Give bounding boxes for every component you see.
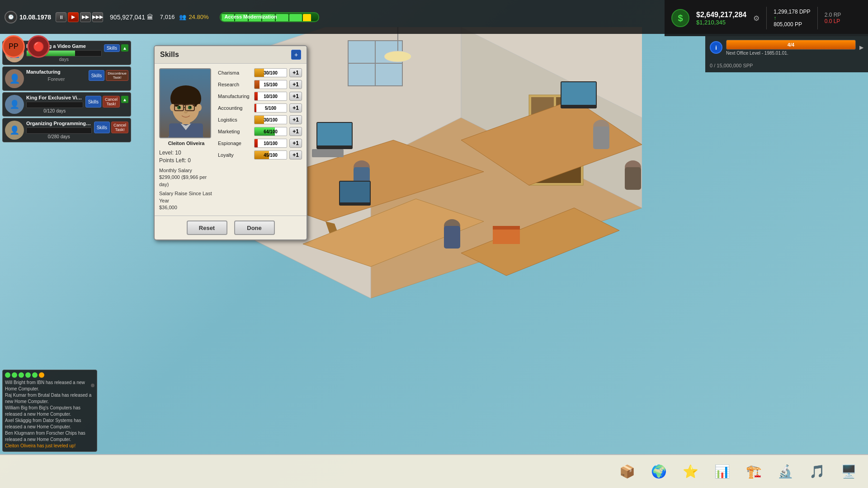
arrow-up-task-1[interactable]: ▲ [121, 44, 128, 52]
task-name-2: Manufacturing [26, 69, 86, 75]
access-progress-bar: Access Modernization [220, 12, 319, 22]
character-points: Points Left: 0 [159, 157, 213, 164]
gear-icon[interactable]: ⚙ [753, 14, 760, 23]
task-info-3: King For Exclusive Video Games 0/120 day… [26, 95, 83, 113]
svg-point-69 [184, 111, 188, 113]
skill-plus-loyalty[interactable]: +1 [289, 150, 302, 160]
finance-numbers: $2,649,217,284 $1,210,345 [696, 11, 746, 26]
spp-bar: 0 / 15,000,000 SPP [705, 59, 868, 72]
character-section: Cleiton Oliveira Level: 10 Points Left: … [159, 68, 213, 211]
skill-plus-research[interactable]: +1 [289, 80, 302, 89]
task-days-4: 0/280 days [26, 134, 92, 139]
skill-plus-charisma[interactable]: +1 [289, 68, 302, 77]
modal-close-btn[interactable]: + [291, 50, 301, 60]
reset-button[interactable]: Reset [187, 221, 227, 235]
bottom-icon-music[interactable]: 🎵 [807, 461, 827, 482]
skill-name-marketing: Marketing [218, 129, 252, 134]
skill-plus-manufacturing[interactable]: +1 [289, 92, 302, 101]
svg-point-61 [196, 104, 202, 111]
dpp1-value: 1,299,178 DPP [774, 9, 810, 15]
faster-btn[interactable]: ▶▶▶ [92, 12, 103, 22]
svg-point-68 [190, 107, 191, 108]
skill-fill-logistics [255, 116, 264, 124]
faction-avatar-btn[interactable]: 🔴 [27, 35, 50, 58]
skills-modal[interactable]: Skills + [154, 45, 307, 240]
character-raise: Salary Raise Since Last Year $36,000 [159, 190, 213, 211]
skill-fill-charisma [255, 69, 264, 77]
svg-point-59 [173, 86, 198, 99]
cancel-btn-3[interactable]: CancelTask! [103, 96, 120, 108]
discontinue-btn-2[interactable]: DiscontinueTask! [106, 70, 128, 81]
modal-header: Skills + [155, 46, 307, 64]
skills-btn-3[interactable]: Skills [85, 96, 101, 108]
skill-name-espionage: Espionage [218, 141, 252, 146]
svg-rect-41 [340, 182, 370, 202]
task-avatar-3: 👤 [5, 95, 24, 114]
rp-section: 2.0 RP 0.0 LP [825, 12, 841, 24]
pause-btn[interactable]: ⏸ [56, 12, 66, 22]
bottom-icon-monitor[interactable]: 🖥️ [839, 461, 859, 482]
task-avatar-4: 👤 [5, 121, 24, 140]
skill-fill-espionage [255, 139, 258, 147]
score-display: 905,927,041 🏛 [110, 14, 153, 21]
bottom-icon-microscope[interactable]: 🔬 [775, 461, 796, 482]
task-progress-4 [26, 127, 92, 134]
task-buttons-1: Skills ▲ [104, 44, 128, 52]
done-button[interactable]: Done [234, 221, 275, 235]
skill-row-espionage: Espionage 10/100 +1 [218, 139, 302, 148]
task-info-4: Organizing Programming Competition 0/280… [26, 121, 92, 139]
character-level: Level: 10 [159, 150, 213, 156]
cancel-btn-4[interactable]: CancelTask! [111, 122, 128, 133]
skill-plus-accounting[interactable]: +1 [289, 103, 302, 113]
task-name-3: King For Exclusive Video Games [26, 95, 83, 100]
svg-rect-36 [625, 167, 641, 190]
player-avatar-btn[interactable]: PP [2, 35, 25, 58]
skill-row-research: Research 15/100 +1 [218, 80, 302, 89]
task-item-4: 👤 Organizing Programming Competition 0/2… [2, 118, 131, 142]
skill-bar-manufacturing: 10/100 [254, 92, 287, 101]
skill-name-charisma: Charisma [218, 70, 252, 75]
arrow-up-task-3[interactable]: ▲ [121, 96, 128, 103]
svg-point-49 [384, 51, 411, 62]
modal-body: Cleiton Oliveira Level: 10 Points Left: … [155, 64, 307, 216]
skill-plus-marketing[interactable]: +1 [289, 127, 302, 136]
bottom-icon-box[interactable]: 📦 [617, 461, 637, 482]
modal-title: Skills [160, 51, 179, 59]
dot-6 [39, 372, 44, 378]
bottom-icon-star[interactable]: ⭐ [680, 461, 701, 482]
bottom-icon-construction[interactable]: 🏗️ [744, 461, 764, 482]
dot-2 [12, 372, 17, 378]
skill-plus-espionage[interactable]: +1 [289, 139, 302, 148]
skill-row-logistics: Logistics 30/100 +1 [218, 115, 302, 124]
skill-fill-research [255, 80, 259, 89]
task-info-2: Manufacturing Forever [26, 69, 86, 83]
task-avatar-2: 👤 [5, 69, 24, 88]
news-scroll-indicator [91, 384, 94, 387]
top-left-avatars: PP 🔴 [2, 35, 50, 58]
play-btn[interactable]: ▶ [68, 12, 79, 22]
bottom-icon-globe[interactable]: 🌍 [649, 461, 669, 482]
skill-name-manufacturing: Manufacturing [218, 94, 252, 99]
lp-value: 0.0 LP [825, 18, 841, 24]
dpp-section: 1,299,178 DPP ↑ 805,000 PP [774, 9, 810, 28]
skills-btn-2[interactable]: Skills [89, 70, 104, 81]
skills-btn-4[interactable]: Skills [94, 122, 110, 133]
arrow-up-icon: ↑ [774, 15, 810, 21]
news-dots [5, 372, 94, 378]
news-text: Will Bright from IBN has released a new … [5, 380, 94, 449]
skills-btn-1[interactable]: Skills [104, 44, 120, 52]
skill-bar-accounting: 5/100 [254, 103, 287, 113]
skills-list: Charisma 30/100 +1 Research 15/100 +1 [218, 68, 302, 211]
info-icon[interactable]: i [710, 41, 722, 54]
rp-value: 2.0 RP [825, 12, 841, 18]
expand-icon[interactable]: ▶ [859, 44, 863, 51]
fast-btn[interactable]: ▶▶ [80, 12, 91, 22]
skill-name-research: Research [218, 82, 252, 87]
skill-bar-espionage: 10/100 [254, 139, 287, 148]
skill-plus-logistics[interactable]: +1 [289, 115, 302, 124]
task-name-4: Organizing Programming Competition [26, 121, 92, 126]
svg-rect-34 [593, 127, 609, 149]
finance-divider-2 [817, 7, 818, 29]
skill-bar-logistics: 30/100 [254, 115, 287, 124]
bottom-icon-chart[interactable]: 📊 [712, 461, 732, 482]
